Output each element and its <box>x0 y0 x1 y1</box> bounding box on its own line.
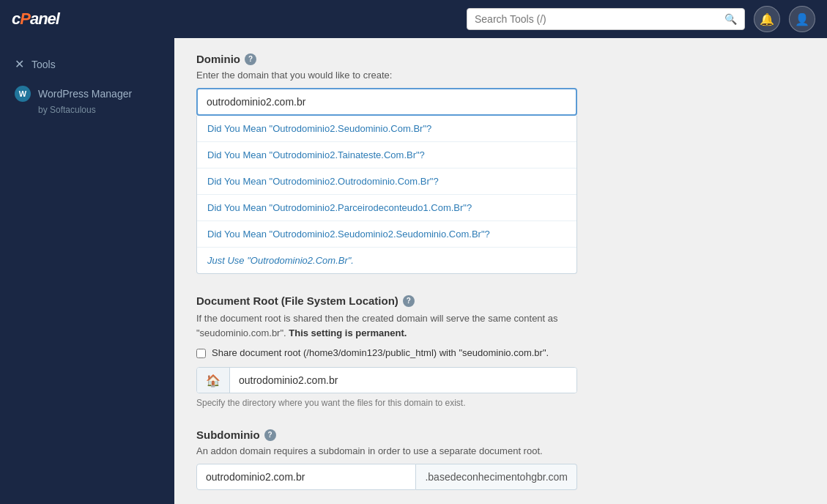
subdomain-row: .basedeconhecimentohgbr.com <box>196 464 577 490</box>
share-root-label-text: Share document root (/home3/domin123/pub… <box>212 347 549 358</box>
suggestion-item-2[interactable]: Did You Mean "Outrodominio2.Outrodominio… <box>197 168 576 195</box>
sidebar-item-tools-label: Tools <box>31 59 56 70</box>
dir-hint: Specify the directory where you want the… <box>196 398 805 408</box>
subdomain-left-input[interactable] <box>196 464 416 490</box>
domain-input[interactable] <box>196 88 577 116</box>
suggestions-dropdown: Did You Mean "Outrodominio2.Seudominio.C… <box>196 116 577 274</box>
suggestion-item-3[interactable]: Did You Mean "Outrodominio2.Parceirodeco… <box>197 195 576 221</box>
suggestion-item-0[interactable]: Did You Mean "Outrodominio2.Seudominio.C… <box>197 116 576 142</box>
sidebar-wordpress-label-group: WordPress Manager <box>38 88 132 100</box>
sidebar-item-tools[interactable]: ✕ Tools <box>0 50 174 78</box>
sidebar-softaculous-sub: by Softaculous <box>0 105 174 118</box>
subdominio-title-text: Subdominio <box>196 429 260 441</box>
document-root-help-icon[interactable]: ? <box>403 295 415 307</box>
warning-strong: This setting is permanent. <box>289 327 407 338</box>
suggestion-item-4[interactable]: Did You Mean "Outrodominio2.Seudominio2.… <box>197 221 576 248</box>
subdominio-help-icon[interactable]: ? <box>264 429 276 441</box>
dominio-title: Dominio ? <box>196 53 805 65</box>
subdominio-description: An addon domain requires a subdomain in … <box>196 445 805 456</box>
user-menu-button[interactable]: 👤 <box>789 6 815 32</box>
document-root-title-text: Document Root (File System Location) <box>196 294 398 307</box>
suggestion-item-5[interactable]: Just Use "Outrodominio2.Com.Br". <box>197 248 576 273</box>
layout: ✕ Tools W WordPress Manager by Softaculo… <box>0 38 827 504</box>
subdomain-right-label: .basedeconhecimentohgbr.com <box>416 464 577 490</box>
share-root-checkbox[interactable] <box>196 349 206 358</box>
dominio-help-icon[interactable]: ? <box>245 53 256 65</box>
header-right: 🔍 🔔 👤 <box>467 6 815 32</box>
document-root-title: Document Root (File System Location) ? <box>196 294 805 307</box>
document-root-section: Document Root (File System Location) ? I… <box>196 294 805 408</box>
dir-input-wrapper: 🏠 <box>196 367 577 393</box>
notifications-button[interactable]: 🔔 <box>754 6 780 32</box>
search-input[interactable] <box>475 13 724 25</box>
dominio-description: Enter the domain that you would like to … <box>196 70 805 81</box>
cpanel-logo: cPanel <box>12 10 59 29</box>
domain-input-wrapper: Did You Mean "Outrodominio2.Seudominio.C… <box>196 88 805 274</box>
suggestion-item-1[interactable]: Did You Mean "Outrodominio2.Tainateste.C… <box>197 142 576 168</box>
sidebar: ✕ Tools W WordPress Manager by Softaculo… <box>0 38 174 504</box>
document-root-warning: If the document root is shared then the … <box>196 311 577 340</box>
tools-icon: ✕ <box>15 57 24 71</box>
subdominio-section: Subdominio ? An addon domain requires a … <box>196 429 805 490</box>
search-icon: 🔍 <box>724 13 737 25</box>
wordpress-logo-icon: W <box>15 86 31 102</box>
home-icon: 🏠 <box>197 368 230 393</box>
share-root-checkbox-label[interactable]: Share document root (/home3/domin123/pub… <box>196 347 577 358</box>
search-bar-container: 🔍 <box>467 8 745 30</box>
dominio-section: Dominio ? Enter the domain that you woul… <box>196 53 805 274</box>
dominio-title-text: Dominio <box>196 53 240 65</box>
header: cPanel 🔍 🔔 👤 <box>0 0 827 38</box>
header-left: cPanel <box>12 10 59 29</box>
main-content: Dominio ? Enter the domain that you woul… <box>174 38 827 504</box>
subdominio-title: Subdominio ? <box>196 429 805 441</box>
dir-input[interactable] <box>230 368 576 393</box>
sidebar-wordpress-label: WordPress Manager <box>38 88 132 100</box>
